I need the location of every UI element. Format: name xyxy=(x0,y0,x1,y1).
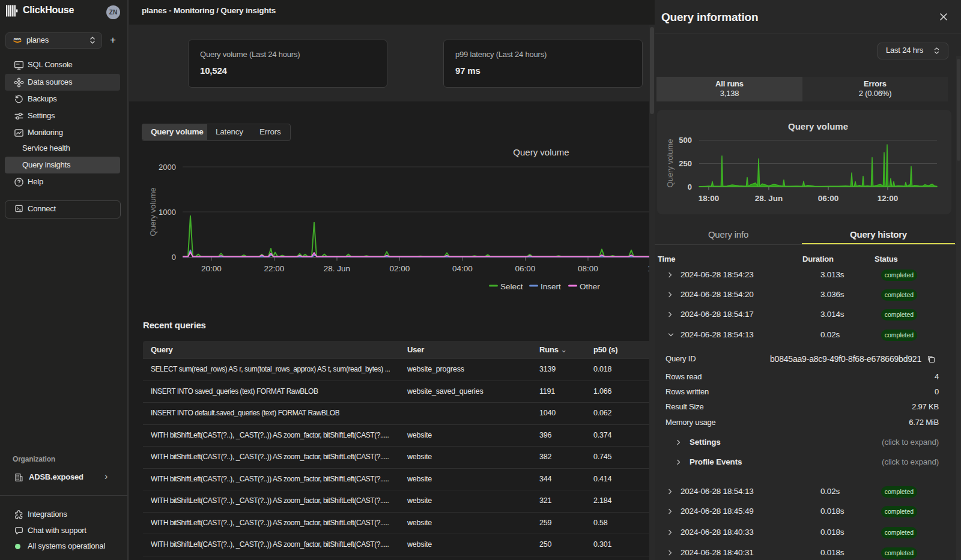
svg-text:Select: Select xyxy=(500,282,523,291)
svg-text:Insert: Insert xyxy=(541,282,561,291)
svg-text:18:00: 18:00 xyxy=(699,194,720,203)
svg-text:1000: 1000 xyxy=(159,208,176,217)
svg-text:Query volume: Query volume xyxy=(788,121,848,131)
svg-text:aws: aws xyxy=(14,37,22,41)
svg-text:08:00: 08:00 xyxy=(578,264,598,273)
svg-text:Query volume: Query volume xyxy=(148,188,157,236)
svg-text:0: 0 xyxy=(172,253,176,262)
svg-text:250: 250 xyxy=(679,159,692,168)
svg-text:12:00: 12:00 xyxy=(878,194,899,203)
svg-text:04:00: 04:00 xyxy=(452,264,473,273)
svg-text:2000: 2000 xyxy=(159,163,176,172)
svg-text:06:00: 06:00 xyxy=(818,194,839,203)
svg-text:06:00: 06:00 xyxy=(515,264,536,273)
svg-text:20:00: 20:00 xyxy=(201,264,222,273)
svg-text:28. Jun: 28. Jun xyxy=(324,264,350,273)
svg-text:Query volume: Query volume xyxy=(665,139,675,188)
svg-text:22:00: 22:00 xyxy=(264,264,285,273)
svg-text:0: 0 xyxy=(688,182,692,191)
svg-text:500: 500 xyxy=(679,136,692,145)
svg-text:Other: Other xyxy=(580,282,600,291)
svg-text:Query volume: Query volume xyxy=(513,147,569,157)
svg-text:28. Jun: 28. Jun xyxy=(755,194,783,203)
svg-text:02:00: 02:00 xyxy=(390,264,410,273)
